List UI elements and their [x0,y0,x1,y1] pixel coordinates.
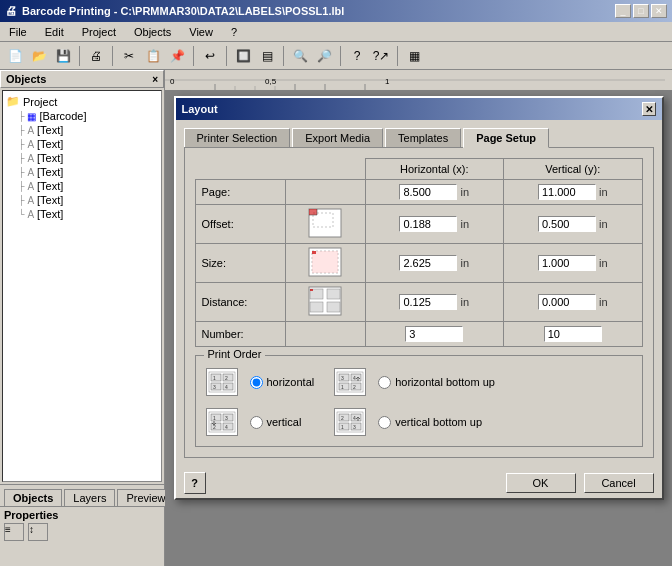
print-button[interactable]: 🖨 [85,45,107,67]
help2-button[interactable]: ?↗ [370,45,392,67]
paste-button[interactable]: 📌 [166,45,188,67]
distance-v-unit: in [599,296,608,308]
svg-rect-14 [309,209,317,215]
text-icon-2: A [27,139,34,150]
number-label: Number: [195,322,285,347]
print2-button[interactable]: ▤ [256,45,278,67]
menu-project[interactable]: Project [78,25,120,39]
hbu-label: horizontal bottom up [395,376,495,388]
cancel-button[interactable]: Cancel [584,473,654,493]
vbu-icon-svg: 1 3 2 4 [336,411,364,433]
offset-h-input[interactable] [399,216,457,232]
maximize-button[interactable]: □ [633,4,649,18]
objects-panel-header: Objects × [0,70,164,88]
zoom-in-button[interactable]: 🔍 [289,45,311,67]
tree-text-2-label: [Text] [37,138,63,150]
offset-label: Offset: [195,205,285,244]
layout-dialog: Layout ✕ Printer Selection Export Media … [174,96,664,500]
copy-button[interactable]: 📋 [142,45,164,67]
canvas-area: 0 0,5 1 Layout ✕ [165,70,672,566]
zoom-out-button[interactable]: 🔎 [313,45,335,67]
tree-barcode-label: [Barcode] [39,110,86,122]
tree-text-4-label: [Text] [37,166,63,178]
app-title: Barcode Printing - C:\PRMMAR30\DATA2\LAB… [22,5,344,17]
hbu-radio-label[interactable]: horizontal bottom up [378,376,495,389]
save-button[interactable]: 💾 [52,45,74,67]
objects-panel-close[interactable]: × [152,74,158,85]
tree-project-label: Project [23,96,57,108]
open-button[interactable]: 📂 [28,45,50,67]
offset-v-unit: in [599,218,608,230]
undo-button[interactable]: ↩ [199,45,221,67]
close-button[interactable]: ✕ [651,4,667,18]
menu-file[interactable]: File [5,25,31,39]
distance-h-unit: in [461,296,470,308]
tab-layers[interactable]: Layers [64,489,115,506]
cut-button[interactable]: ✂ [118,45,140,67]
size-h-input[interactable] [399,255,457,271]
vbu-radio-label[interactable]: vertical bottom up [378,416,482,429]
folder-icon: 📁 [6,95,20,108]
offset-h-unit: in [461,218,470,230]
vertical-radio-label[interactable]: vertical [250,416,302,429]
tab-printer-selection[interactable]: Printer Selection [184,128,291,148]
tab-objects[interactable]: Objects [4,489,62,506]
menu-help[interactable]: ? [227,25,241,39]
page-v-unit: in [599,186,608,198]
tree-line-icon: ├ [18,125,24,135]
number-v-input[interactable] [544,326,602,342]
tree-text-6[interactable]: ├ A [Text] [6,193,158,207]
help-button[interactable]: ? [346,45,368,67]
svg-text:1: 1 [341,424,344,430]
distance-h-input[interactable] [399,294,457,310]
page-h-input[interactable] [399,184,457,200]
help-icon-button[interactable]: ? [184,472,206,494]
menu-edit[interactable]: Edit [41,25,68,39]
offset-v-input[interactable] [538,216,596,232]
tree-line-icon-2: ├ [18,139,24,149]
tree-barcode[interactable]: ├ ▦ [Barcode] [6,109,158,123]
object-tree: 📁 Project ├ ▦ [Barcode] ├ A [Text] ├ A [… [2,90,162,482]
h-order-icon: 1 2 3 4 [206,368,238,396]
tree-text-7[interactable]: └ A [Text] [6,207,158,221]
distance-v-input[interactable] [538,294,596,310]
hbu-radio[interactable] [378,376,391,389]
dialog-tab-row: Printer Selection Export Media Templates… [184,128,654,148]
minimize-button[interactable]: _ [615,4,631,18]
vbu-radio[interactable] [378,416,391,429]
text-icon-5: A [27,181,34,192]
tree-project[interactable]: 📁 Project [6,94,158,109]
tab-page-setup[interactable]: Page Setup [463,128,549,148]
props-btn-1[interactable]: ≡ [4,523,24,541]
horizontal-radio[interactable] [250,376,263,389]
menu-view[interactable]: View [185,25,217,39]
vertical-icon: 1 3 2 4 [208,411,236,433]
new-button[interactable]: 📄 [4,45,26,67]
horizontal-radio-label[interactable]: horizontal [250,376,315,389]
ok-button[interactable]: OK [506,473,576,493]
dialog-close-button[interactable]: ✕ [642,102,656,116]
vertical-radio[interactable] [250,416,263,429]
tree-text-1[interactable]: ├ A [Text] [6,123,158,137]
tree-text-2[interactable]: ├ A [Text] [6,137,158,151]
barcode-button[interactable]: ▦ [403,45,425,67]
menu-objects[interactable]: Objects [130,25,175,39]
tab-templates[interactable]: Templates [385,128,461,148]
svg-text:4: 4 [225,384,228,390]
number-h-input[interactable] [405,326,463,342]
svg-text:3: 3 [213,384,216,390]
props-btn-2[interactable]: ↕ [28,523,48,541]
tree-text-4[interactable]: ├ A [Text] [6,165,158,179]
tree-text-3-label: [Text] [37,152,63,164]
size-v-input[interactable] [538,255,596,271]
dialog-title-text: Layout [182,103,218,115]
table-row: Size: [195,244,642,283]
tree-line-icon-4: ├ [18,167,24,177]
tree-line-icon-5: ├ [18,181,24,191]
tree-text-5[interactable]: ├ A [Text] [6,179,158,193]
preview-button[interactable]: 🔲 [232,45,254,67]
svg-rect-20 [312,251,316,254]
tree-text-3[interactable]: ├ A [Text] [6,151,158,165]
tab-export-media[interactable]: Export Media [292,128,383,148]
page-v-input[interactable] [538,184,596,200]
